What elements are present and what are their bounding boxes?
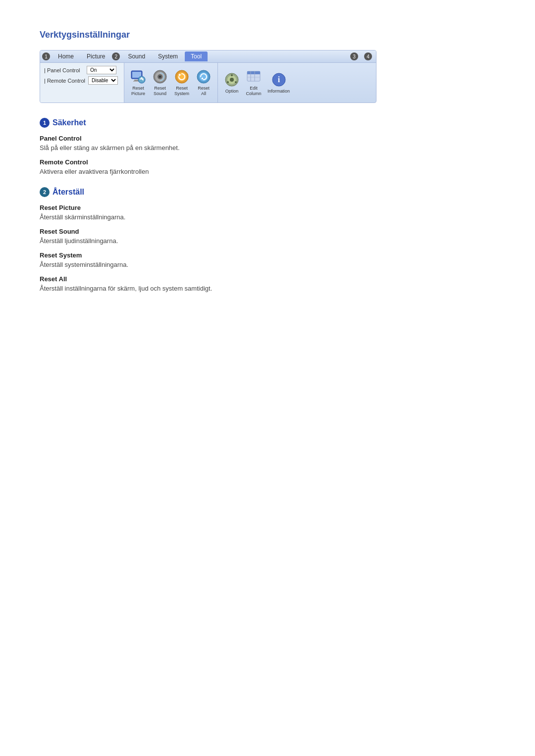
panel-control-label: | Panel Control — [44, 67, 84, 73]
information-icon: i — [271, 72, 287, 88]
panel-control-title: Panel Control — [40, 135, 495, 142]
toolbar-right-section: Option EditColumn — [218, 63, 296, 102]
section1-badge: 1 — [40, 118, 50, 128]
badge-1: 1 — [42, 52, 50, 60]
svg-point-19 — [235, 81, 237, 83]
reset-all-label: ResetAll — [198, 86, 210, 97]
tab-tool[interactable]: Tool — [185, 51, 208, 61]
reset-picture-label: ResetPicture — [131, 86, 145, 97]
badge-3: 3 — [350, 52, 358, 60]
svg-point-20 — [227, 81, 229, 83]
badge-4: 4 — [364, 52, 372, 60]
svg-point-8 — [159, 76, 161, 78]
remote-control-select[interactable]: Disable Enable — [88, 76, 118, 85]
edit-column-icon — [246, 69, 262, 85]
reset-system-desc: Återställ systeminställningarna. — [40, 261, 495, 268]
section2-title: Återställ — [53, 188, 84, 197]
reset-picture-title: Reset Picture — [40, 204, 495, 211]
page-title: Verktygsinställningar — [40, 30, 495, 40]
badge-2: 2 — [112, 52, 120, 60]
section1-title: Säkerhet — [53, 118, 86, 127]
reset-all-icon — [196, 69, 212, 85]
svg-text:i: i — [277, 75, 280, 84]
section2-header: 2 Återställ — [40, 187, 495, 197]
reset-all-title: Reset All — [40, 275, 495, 283]
reset-sound-desc: Återställ ljudinställningarna. — [40, 237, 495, 245]
toolbar-body: | Panel Control On Off | Remote Control … — [40, 63, 376, 102]
reset-picture-button[interactable]: ResetPicture — [128, 68, 148, 98]
remote-control-row: | Remote Control Disable Enable — [44, 76, 120, 85]
tab-home[interactable]: Home — [52, 51, 80, 61]
reset-system-label: ResetSystem — [174, 86, 189, 97]
information-button[interactable]: i Information — [266, 71, 292, 95]
remote-control-title: Remote Control — [40, 158, 495, 166]
panel-control-select[interactable]: On Off — [87, 66, 116, 74]
information-label: Information — [268, 89, 290, 94]
reset-all-desc: Återställ inställningarna för skärm, lju… — [40, 285, 495, 292]
toolbar-reset-section: ResetPicture ResetSound — [124, 63, 218, 102]
section1-header: 1 Säkerhet — [40, 118, 495, 128]
option-icon — [224, 72, 240, 88]
svg-rect-22 — [247, 71, 260, 74]
reset-system-button[interactable]: ResetSystem — [172, 68, 192, 98]
reset-all-button[interactable]: ResetAll — [194, 68, 214, 98]
panel-control-row: | Panel Control On Off — [44, 66, 120, 74]
toolbar-left-panel: | Panel Control On Off | Remote Control … — [40, 63, 124, 102]
reset-sound-button[interactable]: ResetSound — [150, 68, 170, 98]
edit-column-label: EditColumn — [246, 86, 261, 97]
reset-picture-icon — [130, 69, 146, 85]
svg-point-17 — [230, 78, 234, 82]
reset-sound-label: ResetSound — [154, 86, 166, 97]
svg-point-18 — [231, 74, 233, 76]
remote-control-desc: Aktivera eller avaktivera fjärrkontrolle… — [40, 168, 495, 175]
reset-picture-desc: Återställ skärminställningarna. — [40, 213, 495, 221]
section2-badge: 2 — [40, 187, 50, 197]
menu-bar: 1 Home Picture 2 Sound System Tool 3 4 — [40, 50, 376, 63]
tab-picture[interactable]: Picture — [81, 51, 111, 61]
edit-column-button[interactable]: EditColumn — [244, 68, 264, 98]
reset-sound-icon — [152, 69, 168, 85]
option-label: Option — [225, 89, 239, 94]
option-button[interactable]: Option — [222, 71, 242, 95]
reset-sound-title: Reset Sound — [40, 228, 495, 235]
reset-system-icon — [174, 69, 190, 85]
reset-system-title: Reset System — [40, 252, 495, 259]
panel-control-desc: Slå på eller stäng av skärmen på en skär… — [40, 144, 495, 151]
tab-sound[interactable]: Sound — [122, 51, 151, 61]
toolbar-container: 1 Home Picture 2 Sound System Tool 3 4 |… — [40, 50, 376, 103]
remote-control-label: | Remote Control — [44, 78, 85, 84]
tab-system[interactable]: System — [152, 51, 184, 61]
